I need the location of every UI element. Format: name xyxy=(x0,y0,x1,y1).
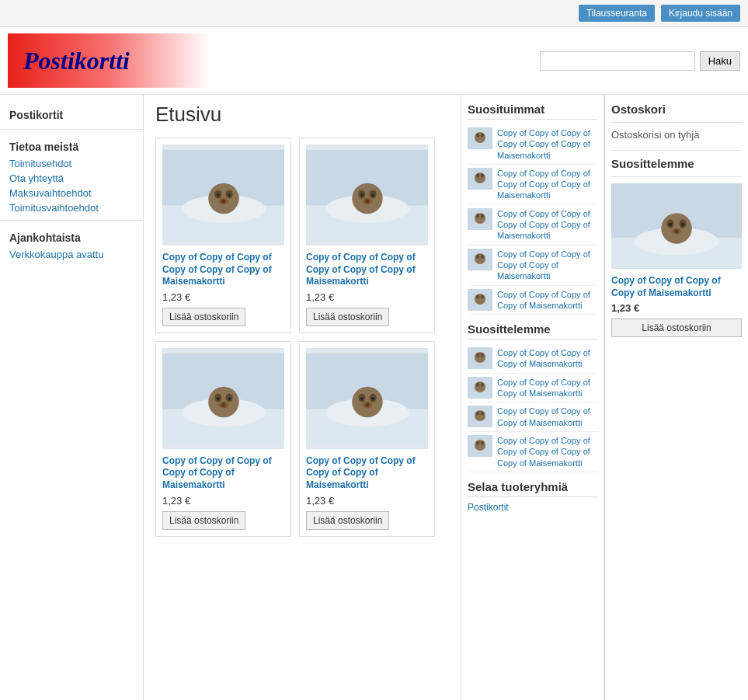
left-sidebar: Postikortit Tietoa meistä Toimitusehdot … xyxy=(0,95,144,700)
suosituimmat-item-4[interactable]: Copy of Copy of Copy of Copy of Copy of … xyxy=(497,249,597,282)
svg-point-42 xyxy=(476,134,479,138)
kirjaudu-button[interactable]: Kirjaudu sisään xyxy=(661,5,740,22)
product-thumb xyxy=(468,208,492,230)
product-thumb xyxy=(468,347,492,369)
product-card: Copy of Copy of Copy of Copy of Copy of … xyxy=(155,138,291,333)
featured-product-price: 1,23 € xyxy=(611,302,742,314)
product-name-4[interactable]: Copy of Copy of Copy of Copy of Copy of … xyxy=(306,455,428,492)
svg-point-27 xyxy=(228,397,231,400)
sidebar-link-toimitusehdot[interactable]: Toimitusehdot xyxy=(0,156,143,171)
suosituimmat-item-2[interactable]: Copy of Copy of Copy of Copy of Copy of … xyxy=(497,168,597,201)
suosituimmat-item-5[interactable]: Copy of Copy of Copy of Copy of Maisemak… xyxy=(497,289,597,312)
right-sidebar: Ostoskori Ostoskorisi on tyhjä Suosittel… xyxy=(604,95,748,700)
mid-sidebar: Suosituimmat Copy of Copy of Copy of Cop… xyxy=(461,95,604,700)
product-thumb xyxy=(468,249,492,270)
sidebar-link-maksuvaihtoehdot[interactable]: Maksuvaihtoehdot xyxy=(0,186,143,200)
product-thumb xyxy=(468,377,492,399)
suosituimmat-item-1[interactable]: Copy of Copy of Copy of Copy of Copy of … xyxy=(497,127,597,161)
product-name-2[interactable]: Copy of Copy of Copy of Copy of Copy of … xyxy=(306,252,428,288)
product-thumb xyxy=(468,127,492,149)
sidebar-link-toimitusvaihtoehdot[interactable]: Toimitusvaihtoehdot xyxy=(0,200,143,215)
svg-point-29 xyxy=(221,402,225,406)
recommend-title: Suosittelemme xyxy=(611,157,742,170)
add-to-cart-4[interactable]: Lisää ostoskoriin xyxy=(306,511,389,530)
svg-point-70 xyxy=(476,412,479,416)
svg-point-75 xyxy=(481,441,484,444)
logo: Postikortti xyxy=(23,47,130,75)
sidebar-section-tietoa: Tietoa meistä xyxy=(0,134,143,156)
add-to-cart-1[interactable]: Lisää ostoskoriin xyxy=(162,308,245,326)
product-thumb xyxy=(468,168,492,190)
sidebar-link-verkkokauppa[interactable]: Verkkokauppa avattu xyxy=(0,247,143,262)
svg-point-63 xyxy=(481,353,484,357)
add-to-cart-3[interactable]: Lisää ostoskoriin xyxy=(162,511,245,530)
search-input[interactable] xyxy=(540,51,695,71)
svg-point-85 xyxy=(675,229,679,233)
top-bar: Tilausseuranta Kirjaudu sisään xyxy=(0,0,748,27)
featured-product-image xyxy=(611,183,742,269)
product-name-3[interactable]: Copy of Copy of Copy of Copy of Copy of … xyxy=(162,455,284,492)
suosituimmat-title: Suosituimmat xyxy=(468,103,597,120)
list-item: Copy of Copy of Copy of Copy of Copy of … xyxy=(468,432,597,472)
list-item: Copy of Copy of Copy of Copy of Copy of … xyxy=(468,124,597,165)
product-name-1[interactable]: Copy of Copy of Copy of Copy of Copy of … xyxy=(162,252,284,288)
product-price-3: 1,23 € xyxy=(162,495,284,507)
sidebar-section-postikortit: Postikortit xyxy=(0,103,143,124)
add-to-cart-2[interactable]: Lisää ostoskoriin xyxy=(306,308,389,326)
product-card: Copy of Copy of Copy of Copy of Copy of … xyxy=(299,138,435,333)
suosittelemme-item-4[interactable]: Copy of Copy of Copy of Copy of Copy of … xyxy=(497,435,597,468)
browse-link-postikortit[interactable]: Postikortit xyxy=(468,500,597,514)
product-card: Copy of Copy of Copy of Copy of Copy of … xyxy=(299,341,435,537)
svg-point-39 xyxy=(365,402,369,406)
svg-point-53 xyxy=(475,253,485,264)
product-price-4: 1,23 € xyxy=(306,495,428,507)
sidebar-section-ajankohtaista: Ajankohtaista xyxy=(0,225,143,247)
svg-point-66 xyxy=(476,382,479,386)
logo-area: Postikortti xyxy=(8,33,210,88)
list-item: Copy of Copy of Copy of Copy of Copy of … xyxy=(468,246,597,286)
sidebar-link-ota-yhteytta[interactable]: Ota yhteyttä xyxy=(0,171,143,186)
tilausseuranta-button[interactable]: Tilausseuranta xyxy=(579,5,655,22)
product-image-1 xyxy=(162,145,284,246)
svg-point-73 xyxy=(475,440,485,451)
product-thumb xyxy=(468,435,492,457)
svg-point-41 xyxy=(475,132,485,143)
svg-point-26 xyxy=(217,397,220,400)
svg-point-51 xyxy=(481,214,484,218)
svg-point-45 xyxy=(475,172,485,183)
product-image-2 xyxy=(306,145,428,246)
svg-point-9 xyxy=(221,199,225,203)
product-price-1: 1,23 € xyxy=(162,291,284,303)
svg-point-47 xyxy=(481,173,484,177)
svg-point-49 xyxy=(475,213,485,224)
svg-point-19 xyxy=(365,199,369,203)
search-button[interactable]: Haku xyxy=(700,51,740,71)
list-item: Copy of Copy of Copy of Copy of Copy of … xyxy=(468,205,597,246)
featured-add-to-cart[interactable]: Lisää ostoskoriin xyxy=(611,319,742,337)
svg-point-54 xyxy=(476,254,479,258)
svg-point-61 xyxy=(475,352,485,363)
suosituimmat-item-3[interactable]: Copy of Copy of Copy of Copy of Copy of … xyxy=(497,208,597,242)
svg-point-46 xyxy=(476,173,479,177)
product-thumb xyxy=(468,406,492,427)
suosittelemme-item-2[interactable]: Copy of Copy of Copy of Copy of Maisemak… xyxy=(497,377,597,399)
suosittelemme-item-1[interactable]: Copy of Copy of Copy of Copy of Maisemak… xyxy=(497,347,597,370)
svg-point-37 xyxy=(371,397,374,400)
cart-title: Ostoskori xyxy=(611,103,742,116)
svg-point-59 xyxy=(481,294,484,298)
suosittelemme-item-3[interactable]: Copy of Copy of Copy of Copy of Maisemak… xyxy=(497,406,597,428)
content-area: Etusivu xyxy=(144,95,461,700)
svg-point-82 xyxy=(669,223,672,226)
product-price-2: 1,23 € xyxy=(306,291,428,303)
product-image-3 xyxy=(162,348,284,449)
svg-point-43 xyxy=(481,134,484,138)
svg-point-71 xyxy=(481,412,484,416)
list-item: Copy of Copy of Copy of Copy of Maisemak… xyxy=(468,344,597,374)
svg-point-50 xyxy=(476,214,479,218)
search-area: Haku xyxy=(540,51,740,71)
product-card: Copy of Copy of Copy of Copy of Copy of … xyxy=(155,341,291,537)
svg-point-74 xyxy=(476,441,479,444)
svg-point-36 xyxy=(360,397,364,400)
main-layout: Postikortit Tietoa meistä Toimitusehdot … xyxy=(0,95,748,700)
featured-product-name[interactable]: Copy of Copy of Copy of Copy of Maisemak… xyxy=(611,275,742,299)
